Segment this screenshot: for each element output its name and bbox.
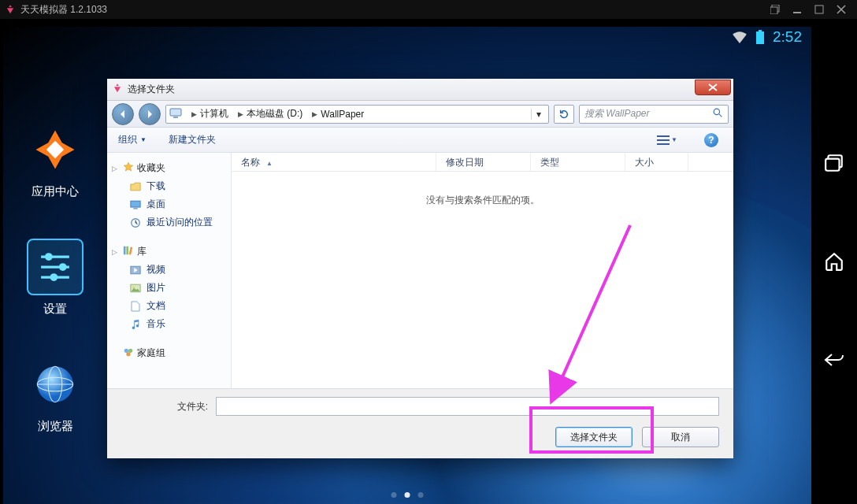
settings-sliders-icon: [27, 239, 83, 295]
tree-library-group: ▷ 库 视频 图片 文档 音乐: [112, 243, 226, 333]
tree-node-pictures[interactable]: 图片: [129, 279, 226, 297]
tree-homegroup-group: ▷ 家庭组: [112, 344, 226, 362]
dialog-navbar: ▶计算机 ▶本地磁盘 (D:) ▶WallPaper ▾ 搜索 WallPape…: [107, 101, 733, 128]
desktop-icon: [129, 198, 142, 211]
list-header[interactable]: 名称▲ 修改日期 类型 大小: [232, 153, 733, 172]
svg-point-10: [45, 253, 53, 261]
picture-icon: [129, 282, 142, 295]
folder-picker-dialog: 选择文件夹 ▶计算机 ▶本地磁盘 (D:) ▶WallPaper ▾ 搜索 Wa…: [107, 79, 733, 458]
cancel-button[interactable]: 取消: [642, 427, 719, 447]
svg-point-14: [50, 273, 58, 281]
android-back-button[interactable]: [821, 346, 848, 373]
svg-rect-6: [759, 30, 762, 32]
emulator-restore-button[interactable]: [764, 0, 786, 19]
svg-rect-3: [815, 6, 823, 13]
breadcrumb[interactable]: ▶计算机 ▶本地磁盘 (D:) ▶WallPaper ▾: [165, 105, 549, 124]
view-mode-button[interactable]: ▼: [656, 132, 678, 149]
tree-node-desktop[interactable]: 桌面: [129, 195, 226, 213]
dialog-title-icon: [112, 83, 123, 96]
browser-globe-icon: [27, 356, 83, 413]
svg-point-12: [59, 263, 67, 271]
svg-rect-24: [173, 117, 178, 118]
music-icon: [129, 318, 142, 331]
svg-line-26: [719, 114, 722, 117]
recent-icon: [129, 217, 142, 229]
tree-node-videos[interactable]: 视频: [129, 261, 226, 279]
emulator-title: 天天模拟器 1.2.1033: [20, 3, 107, 17]
svg-point-41: [126, 352, 130, 356]
file-list: 名称▲ 修改日期 类型 大小 没有与搜索条件匹配的项。: [232, 153, 733, 388]
col-type[interactable]: 类型: [531, 153, 625, 171]
svg-point-25: [714, 109, 719, 114]
svg-point-39: [124, 349, 128, 353]
breadcrumb-seg-computer[interactable]: ▶计算机: [185, 106, 232, 123]
android-recent-button[interactable]: [821, 150, 848, 176]
svg-rect-34: [126, 246, 128, 255]
col-date[interactable]: 修改日期: [436, 153, 531, 171]
svg-rect-33: [124, 246, 126, 255]
help-icon: ?: [704, 133, 718, 147]
nav-forward-button[interactable]: [139, 103, 161, 125]
emulator-maximize-button[interactable]: [808, 0, 830, 19]
dialog-titlebar[interactable]: 选择文件夹: [107, 79, 733, 101]
folder-label: 文件夹:: [121, 400, 208, 413]
home-item-appcenter[interactable]: 应用中心: [27, 121, 83, 199]
emulator-logo-icon: [5, 4, 16, 15]
organize-button[interactable]: 组织▼: [118, 133, 147, 146]
appcenter-icon: [27, 121, 83, 178]
svg-point-40: [128, 349, 132, 353]
tree-node-downloads[interactable]: 下载: [129, 177, 226, 195]
refresh-button[interactable]: [554, 105, 574, 124]
tree-library-header[interactable]: ▷ 库: [112, 243, 226, 261]
folder-input[interactable]: [216, 397, 719, 416]
svg-rect-27: [657, 135, 670, 137]
list-empty-message: 没有与搜索条件匹配的项。: [232, 172, 733, 388]
home-item-settings[interactable]: 设置: [27, 239, 83, 317]
svg-rect-7: [756, 32, 764, 44]
search-placeholder: 搜索 WallPaper: [584, 107, 708, 120]
col-name[interactable]: 名称▲: [232, 153, 436, 171]
emulator-close-button[interactable]: [830, 0, 852, 19]
page-indicator: [391, 492, 424, 498]
android-home-button[interactable]: [821, 248, 848, 275]
dialog-title: 选择文件夹: [128, 83, 175, 96]
emulator-minimize-button[interactable]: [786, 0, 808, 19]
svg-rect-23: [170, 109, 181, 116]
svg-rect-1: [770, 7, 777, 14]
dialog-close-button[interactable]: [695, 80, 731, 95]
tree-node-documents[interactable]: 文档: [129, 297, 226, 315]
breadcrumb-seg-drive[interactable]: ▶本地磁盘 (D:): [232, 106, 306, 123]
select-folder-button[interactable]: 选择文件夹: [555, 427, 633, 447]
help-button[interactable]: ?: [700, 132, 722, 149]
battery-icon: [755, 30, 765, 44]
col-size[interactable]: 大小: [625, 153, 688, 171]
home-item-label: 浏览器: [38, 419, 73, 434]
new-folder-button[interactable]: 新建文件夹: [169, 133, 216, 146]
clock-text: 2:52: [773, 28, 802, 46]
dialog-body: ▷ 收藏夹 下载 桌面 最近访问的位置 ▷ 库: [107, 153, 733, 388]
nav-back-button[interactable]: [112, 103, 134, 125]
search-icon: [713, 108, 723, 120]
svg-rect-28: [657, 139, 670, 141]
search-input[interactable]: 搜索 WallPaper: [579, 105, 729, 124]
svg-rect-30: [131, 201, 140, 207]
computer-icon: [169, 107, 184, 121]
home-item-browser[interactable]: 浏览器: [27, 356, 83, 434]
tree-node-recent[interactable]: 最近访问的位置: [129, 213, 226, 232]
breadcrumb-dropdown-icon[interactable]: ▾: [531, 109, 545, 120]
breadcrumb-seg-folder[interactable]: ▶WallPaper: [306, 106, 367, 123]
home-item-label: 应用中心: [32, 184, 79, 199]
tree-favorites-header[interactable]: ▷ 收藏夹: [112, 159, 226, 177]
tree-favorites-group: ▷ 收藏夹 下载 桌面 最近访问的位置: [112, 159, 226, 232]
document-icon: [129, 300, 142, 313]
tree-node-music[interactable]: 音乐: [129, 315, 226, 333]
tree-homegroup-header[interactable]: ▷ 家庭组: [112, 344, 226, 362]
folder-icon: [129, 180, 142, 193]
android-status-bar: 2:52: [3, 27, 811, 47]
nav-tree[interactable]: ▷ 收藏夹 下载 桌面 最近访问的位置 ▷ 库: [107, 153, 232, 388]
wifi-icon: [732, 31, 748, 43]
library-icon: [123, 245, 134, 258]
dialog-footer: 文件夹: 选择文件夹 取消: [107, 388, 733, 458]
video-icon: [129, 264, 142, 276]
svg-rect-29: [657, 143, 670, 145]
